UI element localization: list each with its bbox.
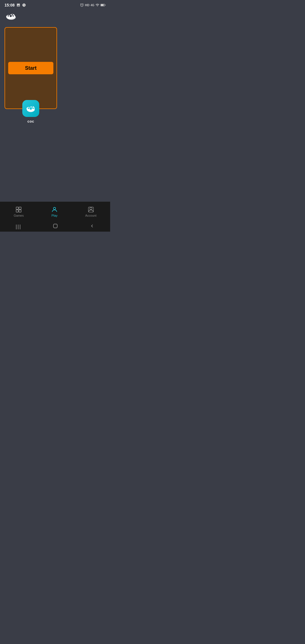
play-icon — [51, 206, 58, 213]
svg-point-23 — [53, 207, 56, 210]
account-icon — [88, 206, 94, 213]
status-right: HD 4G — [80, 3, 106, 7]
clock-icon — [22, 3, 26, 7]
svg-point-6 — [10, 15, 12, 17]
svg-rect-21 — [16, 210, 18, 212]
svg-point-18 — [32, 108, 34, 109]
games-icon — [15, 206, 22, 213]
svg-rect-20 — [19, 207, 21, 209]
status-left: 15:08 — [5, 3, 26, 7]
paw-cloud-header-icon — [5, 11, 17, 21]
svg-point-10 — [13, 15, 14, 16]
svg-point-8 — [12, 14, 13, 15]
svg-point-7 — [8, 14, 10, 15]
app-header — [0, 9, 110, 25]
nav-item-play[interactable]: Play — [45, 205, 64, 218]
svg-rect-22 — [19, 210, 21, 212]
svg-rect-19 — [16, 207, 18, 209]
coc-paw-cloud-icon — [25, 103, 36, 114]
svg-point-9 — [8, 15, 9, 16]
svg-point-14 — [30, 107, 32, 110]
svg-rect-26 — [53, 224, 57, 228]
signal-icon — [95, 3, 99, 7]
svg-point-16 — [32, 106, 33, 108]
status-time: 15:08 — [5, 3, 15, 7]
svg-point-24 — [90, 207, 92, 210]
game-name: coc — [27, 119, 34, 123]
home-button[interactable] — [53, 223, 58, 230]
svg-point-15 — [29, 106, 30, 108]
photo-icon — [16, 3, 20, 7]
svg-point-17 — [28, 108, 29, 109]
app-icon[interactable] — [22, 100, 39, 117]
start-button[interactable]: Start — [8, 62, 53, 74]
system-nav: ||| — [0, 221, 110, 232]
battery-icon — [101, 3, 106, 7]
nav-item-games[interactable]: Games — [8, 205, 29, 218]
svg-rect-2 — [101, 4, 104, 6]
nav-item-account[interactable]: Account — [80, 205, 102, 218]
games-label: Games — [14, 214, 23, 217]
game-card-wrapper: Start — [5, 27, 57, 123]
play-label: Play — [51, 214, 57, 217]
app-icon-container — [22, 100, 39, 117]
recent-apps-button[interactable]: ||| — [16, 224, 21, 230]
game-card: Start — [5, 27, 57, 109]
bottom-nav: Games Play Account — [0, 202, 110, 221]
hd-label: HD — [85, 3, 90, 7]
status-bar: 15:08 HD 4G — [0, 0, 110, 9]
4g-label: 4G — [91, 4, 94, 7]
svg-rect-1 — [105, 5, 105, 6]
alarm-icon — [80, 3, 84, 7]
main-content: Start — [0, 25, 110, 202]
back-button[interactable] — [90, 223, 95, 230]
account-label: Account — [85, 214, 97, 217]
